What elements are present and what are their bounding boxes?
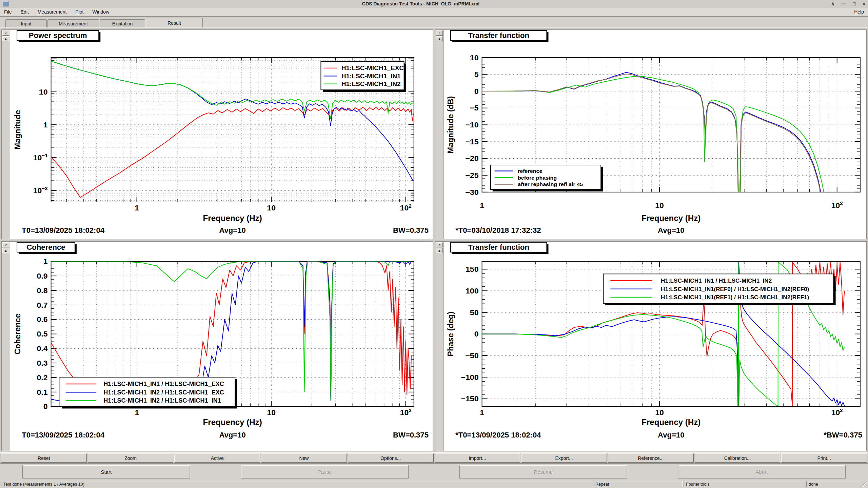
transfer-function-phase-plot: 110102150100500−50−100−150Frequency (Hz)… [444,242,866,451]
svg-text:Frequency (Hz): Frequency (Hz) [203,418,262,427]
svg-text:BW=0.375: BW=0.375 [393,431,429,439]
svg-text:10: 10 [655,408,664,417]
import-button[interactable]: Import... [435,453,520,463]
svg-text:Transfer function: Transfer function [468,243,529,252]
svg-text:100: 100 [466,286,479,295]
pane-collapse-icon[interactable]: ▲ [2,248,9,253]
svg-text:Magnitude: Magnitude [13,110,22,150]
coherence-plot: 11010210.90.80.70.60.50.40.30.20.10Frequ… [10,242,433,451]
svg-text:10: 10 [39,87,48,96]
tab-measurement[interactable]: Measurement [47,19,99,27]
svg-text:10: 10 [267,408,276,417]
app-icon [3,1,8,6]
menu-window[interactable]: Window [92,9,109,15]
menu-file[interactable]: File [4,9,12,15]
svg-text:0.5: 0.5 [37,330,47,339]
svg-text:0.9: 0.9 [37,271,47,280]
svg-text:−100: −100 [461,373,478,382]
svg-text:H1:LSC-MICH1_EXC: H1:LSC-MICH1_EXC [341,65,404,72]
svg-text:1: 1 [480,408,484,417]
pane-collapse-icon[interactable]: ▲ [436,248,443,253]
pane-popout-icon[interactable]: ↗ [436,242,443,247]
svg-text:1: 1 [43,120,48,129]
zoom-button[interactable]: Zoom [88,453,174,463]
svg-text:H1:LSC-MICH1_IN2 / H1:LSC-MICH: H1:LSC-MICH1_IN2 / H1:LSC-MICH1_IN1 [103,397,221,404]
svg-text:H1:LSC-MICH1_IN1(REF1) / H1:LS: H1:LSC-MICH1_IN1(REF1) / H1:LSC-MICH1_IN… [661,294,809,301]
svg-text:−20: −20 [465,154,478,163]
pane-control-strip: ↗ ▲ [435,30,444,239]
svg-text:H1:LSC-MICH1_IN2: H1:LSC-MICH1_IN2 [341,80,401,87]
svg-text:H1:LSC-MICH1_IN1(REF0) / H1:LS: H1:LSC-MICH1_IN1(REF0) / H1:LSC-MICH1_IN… [661,286,809,292]
options-button[interactable]: Options... [348,453,434,463]
pane-collapse-icon[interactable]: ▲ [2,36,9,41]
svg-text:H1:LSC-MICH1_IN1 / H1:LSC-MICH: H1:LSC-MICH1_IN1 / H1:LSC-MICH1_EXC [103,381,224,388]
minimize-icon[interactable]: — [841,1,846,6]
menu-help[interactable]: Help [854,9,864,15]
menu-edit[interactable]: Edit [21,9,29,15]
svg-text:102: 102 [831,408,843,416]
statusbar: Test done (Measurements 1 / Averages 10)… [0,481,868,488]
transfer-function-magnitude-chart: 1101021050−5−10−15−20−25−30Frequency (Hz… [444,30,866,239]
svg-text:150: 150 [466,265,479,273]
svg-text:10: 10 [655,201,664,210]
svg-text:*BW=0.375: *BW=0.375 [824,431,862,439]
shade-icon[interactable]: ∧ [831,1,834,6]
plot-pane-transfer-function-phase: ↗ ▲ 110102150100500−50−100−150Frequency … [435,241,867,451]
svg-text:Coherence: Coherence [13,313,22,354]
calibration-button[interactable]: Calibration... [695,453,781,463]
menu-measurement[interactable]: Measurement [38,9,67,15]
pane-popout-icon[interactable]: ↗ [436,30,443,36]
svg-text:0: 0 [474,330,479,339]
svg-text:1: 1 [43,257,48,266]
pane-collapse-icon[interactable]: ▲ [436,36,443,41]
svg-text:−50: −50 [465,351,478,360]
maximize-icon[interactable]: □ [853,1,855,6]
tab-input[interactable]: Input [5,19,47,27]
tab-excitation[interactable]: Excitation [100,19,145,27]
plot-pane-power-spectrum: ↗ ▲ 11010210110−110−2Frequency (Hz)Magni… [1,29,433,239]
svg-text:reference: reference [518,168,542,174]
export-button[interactable]: Export... [521,453,607,463]
svg-text:Transfer function: Transfer function [468,32,529,40]
svg-text:Frequency (Hz): Frequency (Hz) [642,418,701,427]
result-plot-grid: ↗ ▲ 11010210110−110−2Frequency (Hz)Magni… [0,28,868,452]
svg-text:Power spectrum: Power spectrum [29,32,87,40]
reference-button[interactable]: Reference... [608,453,694,463]
close-icon[interactable]: × [863,1,865,6]
pane-popout-icon[interactable]: ↗ [2,242,9,247]
pane-popout-icon[interactable]: ↗ [2,30,9,36]
svg-text:10: 10 [267,204,276,212]
svg-text:−30: −30 [465,188,478,197]
svg-text:0: 0 [43,402,48,411]
svg-text:5: 5 [474,70,479,79]
resume-button: Resume [459,465,627,479]
svg-text:10: 10 [470,53,479,62]
svg-text:−10: −10 [465,120,478,129]
menu-plot[interactable]: Plot [75,9,83,15]
svg-text:10−1: 10−1 [33,153,48,162]
titlebar: CDS Diagnostic Test Tools - MICH_OLG_inP… [0,0,868,7]
new-button[interactable]: New [261,453,347,463]
svg-text:50: 50 [470,308,479,317]
tab-result[interactable]: Result [146,18,203,27]
active-button[interactable]: Active [174,453,260,463]
menubar: File Edit Measurement Plot Window Help [0,7,868,16]
resize-grip-icon[interactable] [862,481,867,487]
svg-text:after rephasing refl air 45: after rephasing refl air 45 [518,181,583,187]
pane-control-strip: ↗ ▲ [435,242,444,451]
svg-text:0.3: 0.3 [37,359,47,367]
svg-text:0.6: 0.6 [37,315,47,324]
tabbar: Input Measurement Excitation Result [0,17,868,28]
print-button[interactable]: Print... [781,453,867,463]
reset-button[interactable]: Reset [1,453,87,463]
svg-text:1: 1 [480,201,484,210]
svg-text:*T0=03/10/2018 17:32:32: *T0=03/10/2018 17:32:32 [455,226,541,235]
coherence-chart: 11010210.90.80.70.60.50.40.30.20.10Frequ… [10,242,433,451]
pause-button: Pause [241,465,409,479]
svg-text:Coherence: Coherence [26,243,65,252]
start-button[interactable]: Start [22,465,190,479]
svg-text:−150: −150 [461,394,478,403]
svg-text:Phase (deg): Phase (deg) [446,311,455,356]
abort-button: Abort [678,465,846,479]
svg-text:10−2: 10−2 [33,186,48,195]
